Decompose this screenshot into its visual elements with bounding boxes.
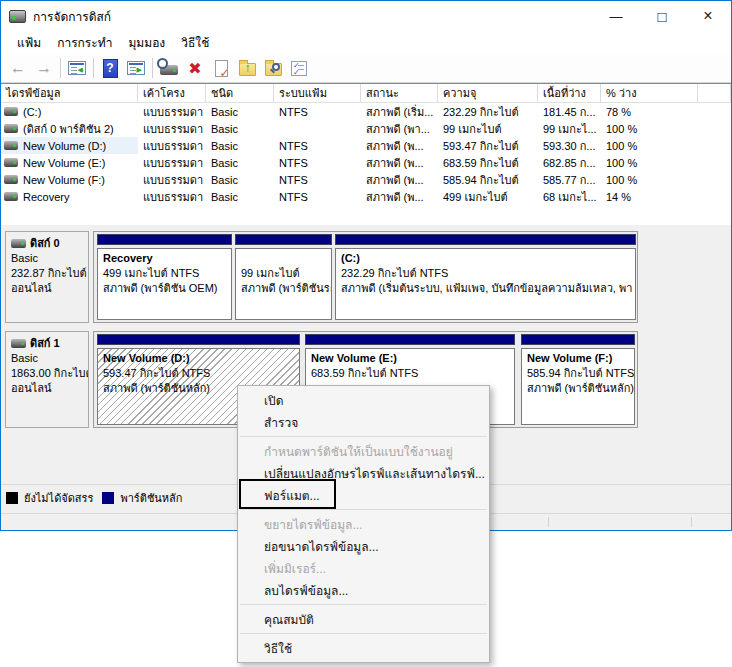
menu-item-delete-volume[interactable]: ลบไดรฟ์ข้อมูล... [238,579,489,601]
partition-f[interactable]: New Volume (F:) 585.94 กิกะไบต์ NTFS สภา… [521,334,635,425]
menu-file[interactable]: แฟ้ม [9,30,49,55]
open-folder-icon[interactable]: ↑ [234,56,260,80]
volume-row-c[interactable]: (C:) แบบธรรมดา Basic NTFS สภาพดี (เริ่ม.… [1,103,731,120]
column-layout[interactable]: เค้าโครง [138,84,206,102]
minimize-button[interactable]: — [593,1,639,31]
volume-icon [4,141,18,150]
volume-icon [4,158,18,167]
volume-icon [4,124,18,133]
menu-separator [240,633,487,634]
legend-unallocated: ยังไม่ได้จัดสรร [6,489,93,507]
explore-folder-icon[interactable] [260,56,286,80]
menu-separator [240,604,487,605]
forward-icon[interactable]: → [31,56,57,80]
window-title: การจัดการดิสก์ [33,7,111,26]
menu-separator [240,436,487,437]
column-status[interactable]: สถานะ [361,84,438,102]
volume-list: ไดรฟ์ข้อมูล เค้าโครง ชนิด ระบบแฟ้ม สถานะ… [1,83,731,225]
menu-separator [240,509,487,510]
show-console-tree-icon[interactable]: ◀ [64,56,90,80]
primary-partition-swatch [102,492,114,504]
volume-row-e[interactable]: New Volume (E:) แบบธรรมดา Basic NTFS สภา… [1,154,731,171]
volume-row-f[interactable]: New Volume (F:) แบบธรรมดา Basic NTFS สภา… [1,171,731,188]
column-type[interactable]: ชนิด [206,84,274,102]
properties-icon[interactable]: ✓✓ [286,56,312,80]
menu-item-extend-volume: ขยายไดรฟ์ข้อมูล... [238,513,489,535]
partition-c[interactable]: (C:) 232.29 กิกะไบต์ NTFS สภาพดี (เริ่มต… [335,234,636,320]
toolbar-separator [152,58,153,78]
volume-icon [4,192,18,201]
toolbar-separator [93,58,94,78]
app-disk-icon [9,10,26,23]
unallocated-swatch [6,492,18,504]
volume-icon [4,107,18,116]
help-icon[interactable]: ? [97,56,123,80]
rescan-disks-icon[interactable] [156,56,182,80]
partition-header-bar [521,334,635,345]
toolbar-separator [60,58,61,78]
volume-list-header: ไดรฟ์ข้อมูล เค้าโครง ชนิด ระบบแฟ้ม สถานะ… [1,84,731,103]
menu-item-mark-partition-active: กำหนดพาร์ติชันให้เป็นแบบใช้งานอยู่ [238,440,489,462]
partition-header-bar [305,334,515,345]
menu-item-help[interactable]: วิธีใช้ [238,637,489,659]
partition-system[interactable]: 99 เมกะไบต์ สภาพดี (พาร์ติชันระบบ) [235,234,332,320]
titlebar[interactable]: การจัดการดิสก์ — □ × [1,1,731,31]
mark-active-icon[interactable] [208,56,234,80]
volume-row-recovery[interactable]: Recovery แบบธรรมดา Basic NTFS สภาพดี (พ.… [1,188,731,205]
menu-view[interactable]: มุมมอง [120,30,173,55]
statusbar-divider [691,517,692,527]
back-icon[interactable]: ← [5,56,31,80]
menu-item-format[interactable]: ฟอร์แมต... [238,484,489,506]
partition-recovery[interactable]: Recovery 499 เมกะไบต์ NTFS สภาพดี (พาร์ต… [97,234,232,320]
column-pctfree[interactable]: % ว่าง [601,84,698,102]
column-freespace[interactable]: เนื้อที่ว่าง [538,84,601,102]
partition-header-bar [97,234,232,245]
menu-action[interactable]: การกระทำ [49,30,120,55]
show-action-pane-icon[interactable]: ▶ [123,56,149,80]
partition-header-bar [335,234,636,245]
delete-volume-icon[interactable]: ✖ [182,56,208,80]
menu-bar: แฟ้ม การกระทำ มุมมอง วิธีใช้ [1,31,731,54]
menu-item-change-drive-letter[interactable]: เปลี่ยนแปลงอักษรไดรฟ์และเส้นทางไดรฟ์... [238,462,489,484]
close-button[interactable]: × [685,1,731,31]
menu-help[interactable]: วิธีใช้ [173,30,217,55]
statusbar-divider [548,517,549,527]
toolbar: ← → ◀ ? ▶ ✖ ↑ ✓✓ [1,54,731,83]
disk0-partition-area: Recovery 499 เมกะไบต์ NTFS สภาพดี (พาร์ต… [93,231,638,323]
column-capacity[interactable]: ความจุ [438,84,538,102]
menu-item-explore[interactable]: สำรวจ [238,411,489,433]
legend-primary-partition: พาร์ติชันหลัก [102,489,182,507]
volume-icon [4,175,18,184]
disk-icon [11,339,26,348]
disk-icon [11,239,26,248]
legend: ยังไม่ได้จัดสรร พาร์ติชันหลัก [6,488,183,508]
volume-row-d[interactable]: New Volume (D:) แบบธรรมดา Basic NTFS สภา… [1,137,731,154]
volume-row-disk0-part2[interactable]: (ดิสก์ 0 พาร์ติชัน 2) แบบธรรมดา Basic สภ… [1,120,731,137]
column-filler [698,84,731,102]
volume-context-menu: เปิด สำรวจ กำหนดพาร์ติชันให้เป็นแบบใช้งา… [237,385,490,663]
partition-header-bar [97,334,300,345]
menu-item-open[interactable]: เปิด [238,389,489,411]
partition-header-bar [235,234,332,245]
menu-item-shrink-volume[interactable]: ย่อขนาดไดรฟ์ข้อมูล... [238,535,489,557]
disk1-label-panel[interactable]: ดิสก์ 1 Basic 1863.00 กิกะไบต์ ออนไลน์ [5,331,89,428]
menu-item-add-mirror: เพิ่มมิเรอร์... [238,557,489,579]
column-filesystem[interactable]: ระบบแฟ้ม [274,84,361,102]
maximize-button[interactable]: □ [639,1,685,31]
column-volume[interactable]: ไดรฟ์ข้อมูล [1,84,138,102]
menu-item-properties[interactable]: คุณสมบัติ [238,608,489,630]
disk0-label-panel[interactable]: ดิสก์ 0 Basic 232.87 กิกะไบต์ ออนไลน์ [5,231,89,323]
screen: การจัดการดิสก์ — □ × แฟ้ม การกระทำ มุมมอ… [0,0,732,667]
